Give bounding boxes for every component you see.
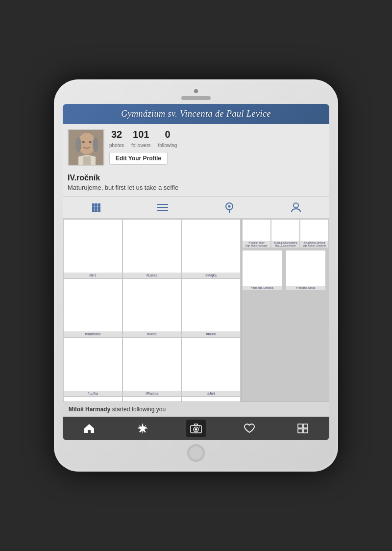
bio-section: IV.ročník Maturujeme, but first let us t… <box>63 171 329 197</box>
photo-label: #Duchovný správca Mgr. Štefan Cenderlik <box>300 241 328 248</box>
photo-thumbnail <box>123 279 181 332</box>
svg-point-13 <box>294 203 298 208</box>
avatar <box>68 129 104 166</box>
list-item[interactable]: #Brz <box>64 220 122 278</box>
photo-thumbnail <box>286 250 325 286</box>
list-item[interactable]: #Barborka <box>64 279 122 337</box>
photo-label: #Veva <box>123 331 181 337</box>
svg-point-12 <box>228 205 231 208</box>
svg-point-21 <box>195 428 197 431</box>
tablet-speaker <box>181 96 211 100</box>
notification-bar: Miloš Harmady started following you <box>63 401 329 417</box>
list-item[interactable]: #Majka <box>182 220 240 278</box>
tab-bar <box>63 197 329 219</box>
nav-menu-grid[interactable] <box>293 420 313 437</box>
list-item[interactable]: #Zástupkyňa riaditeľa Mgr. Zuzana Hoore <box>271 220 299 248</box>
tablet-camera <box>194 89 198 93</box>
tab-list[interactable] <box>156 200 170 214</box>
nav-heart[interactable] <box>240 420 259 437</box>
stat-followers[interactable]: 101 followers <box>131 129 150 149</box>
list-item[interactable]: #Jeri <box>182 338 240 396</box>
stats-row: 32 photos 101 followers 0 following <box>109 129 324 149</box>
tab-location[interactable] <box>222 200 236 214</box>
photo-thumbnail <box>271 220 299 241</box>
photo-thumbnail <box>182 397 240 401</box>
photo-label: #Brz <box>64 273 122 278</box>
following-count: 0 <box>158 129 177 140</box>
photo-thumbnail <box>123 220 181 273</box>
photo-thumbnail <box>300 220 328 241</box>
tab-person[interactable] <box>289 200 303 214</box>
grid-icon <box>92 203 100 212</box>
side-top-grid: #Riaditeľ školy Mgr. Miloš Harmady #Zást… <box>242 219 329 249</box>
photo-grid-container: #Brz #Lucka #Majka #Barborka #Veva #Kubo… <box>63 219 241 401</box>
svg-rect-23 <box>298 424 302 428</box>
nav-camera[interactable] <box>186 420 206 437</box>
list-item[interactable]: #Luľka <box>64 338 122 396</box>
bottom-nav <box>63 417 329 440</box>
list-item[interactable]: #Radula <box>123 338 181 396</box>
list-item[interactable]: #Evička <box>64 397 122 401</box>
nav-star[interactable] <box>133 420 152 437</box>
profile-bio: Maturujeme, but first let us take a self… <box>68 184 324 191</box>
list-item[interactable]: #Triedna Silvia <box>286 250 325 290</box>
photo-label: #Barborka <box>64 331 122 337</box>
svg-point-7 <box>93 137 98 152</box>
photo-thumbnail <box>243 220 270 241</box>
svg-rect-25 <box>298 429 302 433</box>
profile-stats: 32 photos 101 followers 0 following Edit… <box>109 129 324 166</box>
photo-label: #Lucka <box>123 273 181 278</box>
content-split: #Brz #Lucka #Majka #Barborka #Veva #Kubo… <box>63 219 329 401</box>
photo-thumbnail <box>64 338 122 391</box>
side-bottom-grid: #Triedna Daniela #Triedna Silvia <box>242 250 329 291</box>
notification-text: started following you <box>110 406 166 413</box>
photo-label: #Jeri <box>182 391 240 396</box>
list-item[interactable]: #Duchovný správca Mgr. Štefan Cenderlik <box>300 220 328 248</box>
svg-point-2 <box>82 141 85 143</box>
photo-thumbnail <box>123 338 181 391</box>
following-label: following <box>158 143 177 148</box>
stat-following[interactable]: 0 following <box>158 129 177 149</box>
photo-thumbnail <box>243 250 282 286</box>
side-photo-area: #Riaditeľ školy Mgr. Miloš Harmady #Zást… <box>241 219 329 401</box>
tablet-screen: Gymnázium sv. Vincenta de Paul Levice <box>63 104 329 440</box>
photo-thumbnail <box>64 397 122 401</box>
app-header: Gymnázium sv. Vincenta de Paul Levice <box>63 104 329 124</box>
photo-thumbnail <box>64 279 122 332</box>
list-item[interactable]: #Kristína <box>182 397 240 401</box>
photo-label: #Luľka <box>64 391 122 396</box>
main-photo-grid: #Brz #Lucka #Majka #Barborka #Veva #Kubo… <box>63 219 241 401</box>
photo-label: #Majka <box>182 273 240 278</box>
list-item[interactable]: #Kubo <box>182 279 240 337</box>
photo-label: #Triedna Silvia <box>286 286 325 290</box>
list-item[interactable]: #Lucka <box>123 220 181 278</box>
profile-wrapper: 32 photos 101 followers 0 following Edit… <box>63 124 329 219</box>
photo-label: #Riaditeľ školy Mgr. Miloš Harmady <box>243 241 270 248</box>
photos-count: 32 <box>109 129 124 140</box>
nav-home[interactable] <box>79 420 99 437</box>
list-item[interactable]: #Triedna Daniela <box>243 250 282 290</box>
list-item[interactable]: #Jovi <box>123 397 181 401</box>
stat-photos[interactable]: 32 photos <box>109 129 124 149</box>
photo-thumbnail <box>182 338 240 391</box>
followers-count: 101 <box>131 129 150 140</box>
photo-label: #Radula <box>123 391 181 396</box>
app-title: Gymnázium sv. Vincenta de Paul Levice <box>69 109 323 119</box>
photo-label: #Zástupkyňa riaditeľa Mgr. Zuzana Hoore <box>271 241 299 248</box>
list-item[interactable]: #Riaditeľ školy Mgr. Miloš Harmady <box>243 220 270 248</box>
svg-point-22 <box>199 426 200 427</box>
svg-point-6 <box>75 137 81 152</box>
photo-thumbnail <box>182 279 240 332</box>
edit-profile-button[interactable]: Edit Your Profile <box>109 152 168 165</box>
profile-name: IV.ročník <box>68 174 324 182</box>
svg-rect-26 <box>303 429 308 433</box>
photos-label: photos <box>109 143 124 148</box>
followers-label: followers <box>131 143 150 148</box>
svg-rect-5 <box>83 156 91 166</box>
svg-rect-24 <box>303 424 308 428</box>
tab-grid[interactable] <box>89 200 103 214</box>
list-item[interactable]: #Veva <box>123 279 181 337</box>
notification-user: Miloš Harmady <box>69 406 110 413</box>
home-button[interactable] <box>187 444 205 462</box>
photo-label: #Triedna Daniela <box>243 286 282 290</box>
